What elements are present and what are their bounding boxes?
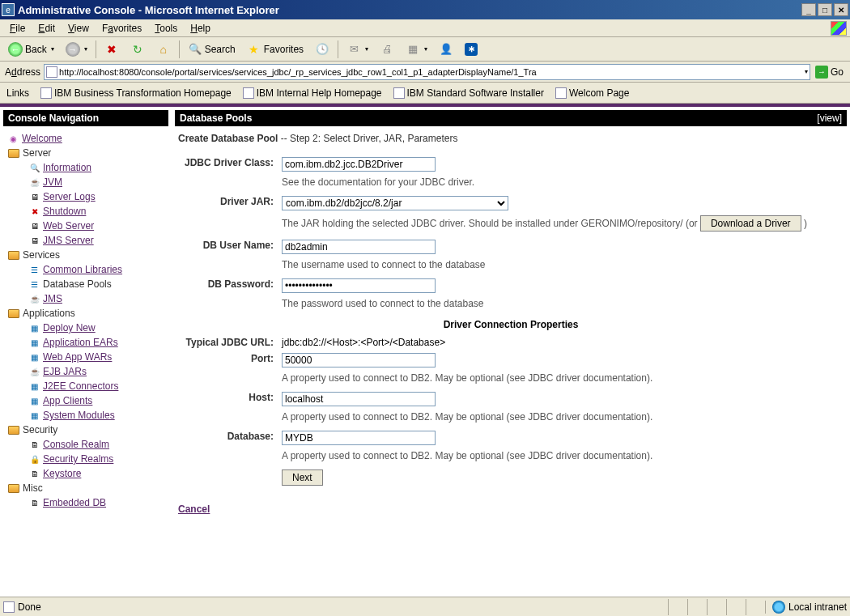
input-driver-class[interactable]	[282, 157, 436, 172]
module-icon: ▦	[29, 410, 40, 421]
zone-icon	[772, 601, 785, 614]
nav-tree: ◉Welcome Server 🔍Information ☕JVM 🖥Serve…	[3, 126, 168, 515]
link-ibm-software[interactable]: IBM Standard Software Installer	[390, 86, 547, 100]
select-driver-jar[interactable]: com.ibm.db2/db2jcc/8.2/jar	[282, 196, 508, 210]
nav-ejbjars[interactable]: ☕EJB JARs	[6, 364, 165, 379]
welcome-icon: ◉	[8, 134, 19, 144]
nav-shutdown[interactable]: ✖Shutdown	[6, 204, 165, 219]
sidebar: Console Navigation ◉Welcome Server 🔍Info…	[0, 107, 172, 597]
nav-jms[interactable]: ☕JMS	[6, 291, 165, 306]
input-user[interactable]	[282, 240, 436, 254]
favorites-button[interactable]: ★ Favorites	[242, 40, 308, 59]
nav-welcome[interactable]: ◉Welcome	[6, 131, 165, 146]
folder-icon	[8, 484, 19, 493]
status-cell	[746, 599, 765, 615]
stop-button[interactable]: ✖	[100, 40, 124, 59]
bluetooth-button[interactable]: ∗	[460, 40, 482, 58]
label-url: Typical JDBC URL:	[180, 335, 277, 350]
deploy-icon: ▦	[29, 323, 40, 333]
go-label: Go	[831, 66, 844, 78]
refresh-icon: ↻	[130, 42, 145, 57]
link-welcom[interactable]: Welcom Page	[552, 86, 632, 100]
go-button[interactable]: → Go	[810, 66, 848, 79]
hint-driver-jar: The JAR holding the selected JDBC driver…	[278, 214, 842, 236]
nav-group-services: Services	[6, 248, 165, 262]
nav-deploy[interactable]: ▦Deploy New	[6, 321, 165, 335]
menu-tools[interactable]: Tools	[148, 21, 184, 36]
home-button[interactable]: ⌂	[151, 40, 176, 59]
links-label: Links	[3, 87, 32, 99]
section-connection-props: Driver Connection Properties	[180, 316, 842, 333]
input-port[interactable]	[282, 353, 436, 367]
home-icon: ⌂	[156, 42, 171, 57]
nav-sysmodules[interactable]: ▦System Modules	[6, 408, 165, 423]
war-icon: ▦	[29, 352, 40, 363]
nav-group-applications: Applications	[6, 306, 165, 321]
cancel-link[interactable]: Cancel	[178, 503, 844, 515]
download-driver-button[interactable]: Download a Driver	[700, 215, 801, 232]
chevron-down-icon: ▾	[51, 45, 54, 53]
nav-jmsserver[interactable]: 🖥JMS Server	[6, 233, 165, 248]
menu-view[interactable]: View	[62, 21, 96, 36]
input-database[interactable]	[282, 431, 436, 445]
edit-button[interactable]: ▦▾	[401, 40, 432, 59]
messenger-button[interactable]: 👤	[434, 40, 458, 59]
folder-icon	[8, 149, 19, 158]
mail-icon: ✉	[346, 42, 361, 57]
history-button[interactable]: 🕓	[310, 40, 334, 59]
nav-securityrealms[interactable]: 🔒Security Realms	[6, 452, 165, 466]
nav-serverlogs[interactable]: 🖥Server Logs	[6, 189, 165, 204]
input-password[interactable]	[282, 278, 436, 293]
panel-title: Database Pools	[180, 113, 252, 124]
links-bar: Links IBM Business Transformation Homepa…	[0, 83, 850, 104]
link-ibm-transformation[interactable]: IBM Business Transformation Homepage	[37, 86, 235, 100]
nav-commonlibs[interactable]: ☰Common Libraries	[6, 262, 165, 277]
panel-view-link[interactable]: [view]	[817, 113, 842, 124]
address-label: Address	[2, 66, 44, 78]
chevron-down-icon[interactable]: ▾	[805, 68, 808, 75]
panel-header: Database Pools [view]	[175, 110, 847, 126]
input-host[interactable]	[282, 392, 436, 406]
nav-appclients[interactable]: ▦App Clients	[6, 393, 165, 408]
print-button[interactable]: 🖨	[375, 40, 399, 59]
menu-favorites[interactable]: Favorites	[96, 21, 148, 36]
nav-group-security: Security	[6, 423, 165, 437]
chevron-down-icon: ▾	[84, 45, 87, 53]
nav-connectors[interactable]: ▦J2EE Connectors	[6, 379, 165, 393]
nav-consolerealm[interactable]: 🗎Console Realm	[6, 437, 165, 452]
search-button[interactable]: 🔍 Search	[183, 40, 240, 59]
nav-keystore[interactable]: 🗎Keystore	[6, 466, 165, 481]
nav-dbpools[interactable]: ☰Database Pools	[6, 277, 165, 291]
maximize-button[interactable]: □	[818, 3, 832, 16]
menu-edit[interactable]: Edit	[32, 21, 62, 36]
nav-information[interactable]: 🔍Information	[6, 160, 165, 175]
edit-icon: ▦	[406, 42, 420, 57]
page-heading: Create Database Pool -- Step 2: Select D…	[178, 133, 844, 144]
close-button[interactable]: ✕	[834, 3, 848, 16]
page-icon	[243, 87, 254, 99]
status-cell	[687, 599, 707, 615]
link-ibm-help[interactable]: IBM Internal Help Homepage	[240, 86, 385, 100]
nav-ears[interactable]: ▦Application EARs	[6, 335, 165, 350]
next-button[interactable]: Next	[282, 469, 323, 486]
nav-wars[interactable]: ▦Web App WARs	[6, 350, 165, 364]
client-icon: ▦	[29, 396, 40, 406]
refresh-button[interactable]: ↻	[125, 40, 150, 59]
menu-file[interactable]: File	[3, 21, 32, 36]
menu-help[interactable]: Help	[184, 21, 217, 36]
back-button[interactable]: ← Back ▾	[3, 40, 59, 59]
search-icon: 🔍	[188, 42, 202, 57]
address-input[interactable]	[59, 67, 803, 77]
favorites-label: Favorites	[264, 44, 304, 55]
minimize-button[interactable]: _	[801, 3, 816, 16]
mail-button[interactable]: ✉▾	[342, 40, 373, 59]
label-database: Database:	[180, 429, 277, 447]
nav-webserver[interactable]: 🖥Web Server	[6, 219, 165, 233]
hint-database: A property used to connect to DB2. May b…	[278, 448, 842, 466]
nav-embeddeddb[interactable]: 🗎Embedded DB	[6, 495, 165, 510]
nav-jvm[interactable]: ☕JVM	[6, 175, 165, 189]
address-input-wrapper[interactable]: ▾	[44, 64, 810, 80]
forward-button[interactable]: → ▾	[61, 40, 92, 59]
search-label: Search	[205, 44, 236, 55]
hint-port: A property used to connect to DB2. May b…	[278, 371, 842, 389]
